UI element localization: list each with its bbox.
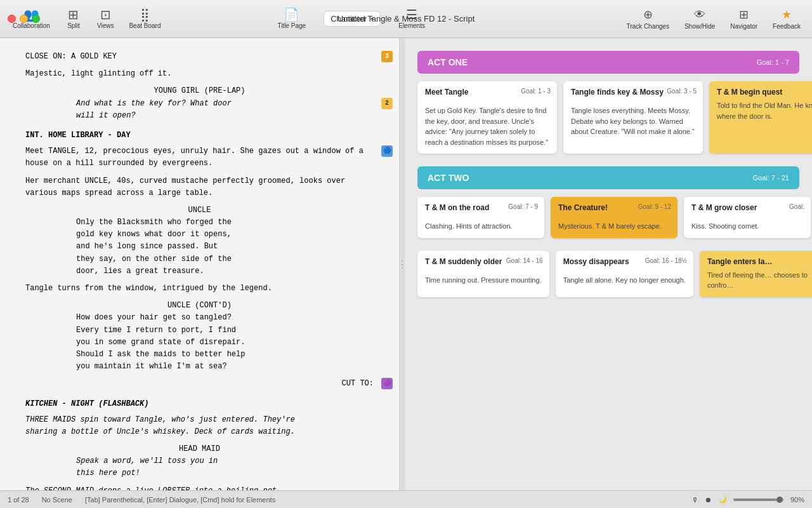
act-two-cards: T & M on the road Goal: 7 - 9 Clashing. …: [417, 197, 799, 238]
card-goal: Goal: 16 - 18½: [645, 257, 687, 264]
script-character: HEAD MAID: [25, 443, 374, 455]
microphone-icon[interactable]: 🎙: [691, 496, 698, 504]
script-line: Majestic, light glinting off it.: [25, 68, 374, 80]
zoom-thumb: [776, 497, 783, 503]
window-controls: [0, 15, 40, 23]
script-line: Her merchant UNCLE, 40s, curved mustache…: [25, 175, 374, 199]
card-body: Mysterious. T & M barely escape.: [558, 221, 670, 232]
show-hide-icon: 👁: [694, 8, 705, 22]
card-goal: Goal:: [789, 203, 804, 210]
card-the-creature[interactable]: The Creature! Goal: 9 - 12 Mysterious. T…: [551, 197, 678, 238]
script-dialogue: Only the Blacksmith who forged thegold k…: [76, 217, 323, 277]
script-character: UNCLE: [25, 204, 374, 217]
keyboard-hint: [Tab] Parenthetical, [Enter] Dialogue, […: [85, 496, 275, 504]
page-count: 1 of 28: [8, 496, 29, 504]
show-hide-label: Show/Hide: [684, 23, 715, 30]
script-line: The SECOND MAID drops a live LOBSTER int…: [25, 485, 374, 490]
script-line: Tangle turns from the window, intrigued …: [25, 283, 374, 295]
card-body: Kiss. Shooting comet.: [691, 221, 803, 232]
act-two-goal: Goal: 7 - 21: [753, 174, 789, 182]
panel-divider[interactable]: [400, 38, 405, 490]
navigator-label: Navigator: [730, 23, 757, 30]
beat-board-content: ACT ONE Goal: 1 - 7 Meet Tangle Goal: 1 …: [405, 38, 812, 323]
close-button[interactable]: [8, 15, 16, 23]
track-changes-icon: ⊕: [643, 8, 653, 22]
maximize-button[interactable]: [32, 15, 40, 23]
views-label: Views: [97, 22, 114, 29]
card-mossy-disappears[interactable]: Mossy disappears Goal: 16 - 18½ Tangle a…: [556, 251, 693, 297]
card-tm-suddenly-older[interactable]: T & M suddenly older Goal: 14 - 16 Time …: [417, 251, 549, 297]
title-bar: 👥 Collaboration ⊞ Split ⊡ Views ⣿ Beat B…: [0, 0, 812, 38]
record-icon[interactable]: ⏺: [705, 496, 712, 504]
zoom-level: 90%: [790, 496, 804, 504]
script-scene: KITCHEN - NIGHT (FLASHBACK): [25, 398, 374, 410]
script-panel: CLOSE ON: A GOLD KEY 3 Majestic, light g…: [0, 38, 400, 490]
show-hide-button[interactable]: 👁 Show/Hide: [678, 6, 721, 32]
titlepage-icon: 📄: [284, 8, 299, 21]
card-body: Clashing. Hints of attraction.: [425, 221, 537, 232]
script-line: THREE MAIDS spin toward Tangle, who's ju…: [25, 414, 374, 438]
script-character: YOUNG GIRL (PRE-LAP): [25, 85, 374, 97]
badge-purple: 🟣: [381, 378, 393, 389]
beatboard-icon: ⣿: [140, 8, 150, 21]
card-body: Tangle loses everything. Meets Mossy. De…: [571, 105, 695, 137]
card-tangle-finds-key[interactable]: Tangle finds key & Mossy Goal: 3 - 5 Tan…: [563, 81, 703, 154]
script-scene: INT. HOME LIBRARY - DAY: [25, 130, 374, 142]
feedback-label: Feedback: [773, 23, 801, 30]
views-icon: ⊡: [100, 8, 111, 21]
card-goal: Goal: 7 - 9: [508, 203, 538, 210]
card-body: Set up Gold Key. Tangle's desire to find…: [425, 105, 549, 147]
status-right: 🎙 ⏺ 🌙 90%: [691, 495, 804, 504]
views-button[interactable]: ⊡ Views: [89, 6, 122, 32]
moon-icon[interactable]: 🌙: [718, 495, 727, 504]
badge-orange: 3: [381, 51, 393, 62]
zoom-slider[interactable]: [733, 498, 784, 501]
script-dialogue: And what is the key for? What doorwill i…: [76, 98, 323, 122]
card-tm-grow-closer[interactable]: T & M grow closer Goal: Kiss. Shooting c…: [684, 197, 811, 238]
card-goal: Goal: 14 - 16: [506, 257, 543, 264]
card-body: Tangle all alone. Key no longer enough.: [563, 275, 686, 286]
titlepage-button[interactable]: 📄 Title Page: [270, 6, 313, 32]
card-meet-tangle[interactable]: Meet Tangle Goal: 1 - 3 Set up Gold Key.…: [417, 81, 557, 154]
act-one-header: ACT ONE Goal: 1 - 7: [417, 51, 799, 74]
split-icon: ⊞: [68, 8, 79, 21]
card-tangle-enters[interactable]: Tangle enters la… Tired of fleeing the… …: [700, 251, 812, 297]
toolbar: 👥 Collaboration ⊞ Split ⊡ Views ⣿ Beat B…: [0, 5, 812, 32]
act-one-title: ACT ONE: [428, 57, 468, 67]
split-label: Split: [67, 22, 79, 29]
script-character: UNCLE (CONT'D): [25, 300, 374, 312]
collaboration-label: Collaboration: [13, 22, 50, 29]
card-title: Tangle enters la…: [707, 257, 812, 266]
act-one-goal: Goal: 1 - 7: [757, 58, 789, 66]
titlepage-label: Title Page: [277, 22, 306, 29]
track-changes-button[interactable]: ⊕ Track Changes: [620, 5, 675, 32]
beatboard-button[interactable]: ⣿ Beat Board: [121, 6, 168, 32]
document-title: Untitled Tangle & Moss FD 12 - Script: [337, 14, 475, 23]
script-editor[interactable]: CLOSE ON: A GOLD KEY 3 Majestic, light g…: [0, 38, 399, 490]
script-dialogue: Speak a word, we'll toss you inthis here…: [76, 455, 323, 479]
beatboard-label: Beat Board: [129, 22, 160, 29]
card-tm-begin-quest[interactable]: T & M begin quest Told to find the Old M…: [709, 81, 812, 154]
track-changes-label: Track Changes: [626, 23, 669, 30]
badge-blue: 🔵: [381, 145, 393, 157]
card-goal: Goal: 1 - 3: [521, 88, 551, 95]
feedback-button[interactable]: ★ Feedback: [766, 5, 807, 32]
titlepage-group: 📄 Title Page: [270, 6, 313, 32]
toolbar-right: ⊕ Track Changes 👁 Show/Hide ⊞ Navigator …: [620, 5, 807, 32]
act-two-header: ACT TWO Goal: 7 - 21: [417, 166, 799, 189]
script-line: Meet TANGLE, 12, precocious eyes, unruly…: [25, 145, 374, 170]
minimize-button[interactable]: [20, 15, 28, 23]
main-content: CLOSE ON: A GOLD KEY 3 Majestic, light g…: [0, 38, 812, 490]
act-one-cards: Meet Tangle Goal: 1 - 3 Set up Gold Key.…: [417, 81, 799, 154]
navigator-button[interactable]: ⊞ Navigator: [724, 5, 764, 32]
split-button[interactable]: ⊞ Split: [58, 6, 89, 32]
beat-board-panel: ACT ONE Goal: 1 - 7 Meet Tangle Goal: 1 …: [405, 38, 812, 490]
card-title: T & M grow closer: [691, 203, 803, 212]
card-tm-on-road[interactable]: T & M on the road Goal: 7 - 9 Clashing. …: [417, 197, 544, 238]
act-two-title: ACT TWO: [428, 173, 469, 183]
card-title: T & M begin quest: [717, 88, 812, 97]
zoom-fill: [733, 498, 776, 501]
script-dialogue: How does your hair get so tangled?Every …: [76, 312, 323, 373]
script-line: CLOSE ON: A GOLD KEY: [25, 51, 374, 63]
card-goal: Goal: 3 - 5: [667, 88, 697, 95]
